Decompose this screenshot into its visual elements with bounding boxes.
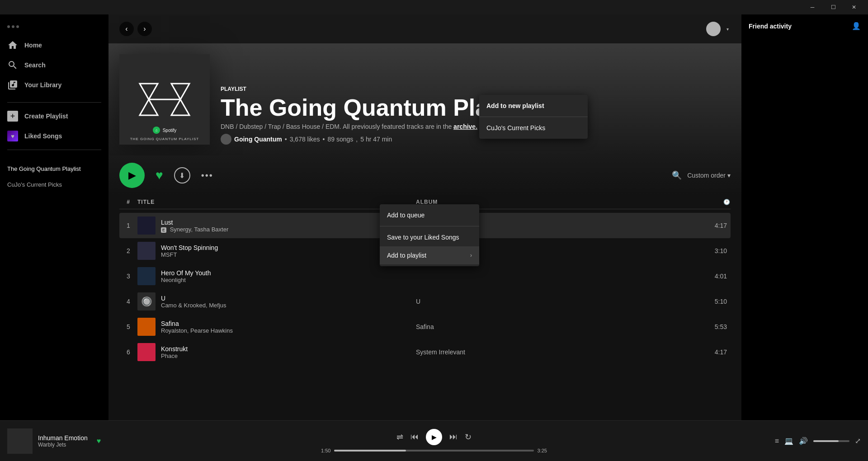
volume-bar[interactable] xyxy=(813,440,849,442)
playlist-popup: Add to new playlist CuJo's Current Picks xyxy=(479,95,588,139)
devices-button[interactable]: 💻 xyxy=(784,437,793,445)
context-menu-save-to-liked[interactable]: Save to your Liked Songs xyxy=(380,228,479,246)
now-playing-title: Inhuman Emotion xyxy=(38,434,88,442)
now-playing-artist: Warbly Jets xyxy=(38,442,88,448)
liked-songs-icon: ♥ xyxy=(7,131,18,141)
dot-3 xyxy=(16,25,19,28)
now-playing-extra: ≡ 💻 🔊 ⤢ xyxy=(725,437,861,445)
library-icon xyxy=(7,80,18,90)
sidebar-item-liked-songs[interactable]: ♥ Liked Songs xyxy=(0,126,108,146)
previous-button[interactable]: ⏮ xyxy=(410,432,419,442)
sidebar-library: The Going Quantum Playlist CuJo's Curren… xyxy=(0,154,108,417)
repeat-button[interactable]: ↻ xyxy=(465,432,472,442)
sidebar-item-search[interactable]: Search xyxy=(0,55,108,75)
add-to-new-playlist-label: Add to new playlist xyxy=(486,102,544,109)
app-layout: Home Search Your Library + Create Playli… xyxy=(0,14,868,420)
save-to-liked-label: Save to your Liked Songs xyxy=(387,234,459,241)
volume-button[interactable]: 🔊 xyxy=(799,437,808,445)
sidebar-item-create-playlist[interactable]: + Create Playlist xyxy=(0,106,108,126)
now-playing-thumb xyxy=(7,428,33,454)
add-to-playlist-chevron: › xyxy=(470,252,472,259)
minimize-button[interactable]: ─ xyxy=(802,0,823,14)
dot-1 xyxy=(7,25,10,28)
close-button[interactable]: ✕ xyxy=(844,0,864,14)
now-playing-track: Inhuman Emotion Warbly Jets ♥ xyxy=(7,428,143,454)
context-menu-add-to-playlist[interactable]: Add to playlist › xyxy=(380,246,479,264)
next-button[interactable]: ⏭ xyxy=(449,432,458,442)
playlist-popup-divider xyxy=(479,117,588,117)
maximize-button[interactable]: ☐ xyxy=(823,0,844,14)
now-playing-info: Inhuman Emotion Warbly Jets xyxy=(38,434,88,448)
create-playlist-icon: + xyxy=(7,111,18,122)
sidebar-home-label: Home xyxy=(24,42,42,49)
search-icon xyxy=(7,60,18,71)
title-bar: ─ ☐ ✕ xyxy=(0,0,868,14)
sidebar: Home Search Your Library + Create Playli… xyxy=(0,14,108,420)
np-play-pause-button[interactable]: ▶ xyxy=(426,429,442,445)
add-to-queue-label: Add to queue xyxy=(387,212,425,219)
sidebar-divider-2 xyxy=(7,150,101,150)
liked-songs-label: Liked Songs xyxy=(24,132,62,140)
now-playing-bar: Inhuman Emotion Warbly Jets ♥ ⇌ ⏮ ▶ ⏭ ↻ … xyxy=(0,420,868,461)
fullscreen-button[interactable]: ⤢ xyxy=(855,437,861,445)
np-current-time: 1:50 xyxy=(321,448,330,453)
playlist-popup-new[interactable]: Add to new playlist xyxy=(479,97,588,115)
sidebar-playlist-1-label: The Going Quantum Playlist xyxy=(7,165,81,172)
np-ctrl-buttons: ⇌ ⏮ ▶ ⏭ ↻ xyxy=(396,429,472,445)
playlist-popup-existing[interactable]: CuJo's Current Picks xyxy=(479,119,588,137)
create-playlist-label: Create Playlist xyxy=(24,113,68,120)
shuffle-button[interactable]: ⇌ xyxy=(396,432,403,442)
playlist-popup-existing-label: CuJo's Current Picks xyxy=(486,124,545,132)
progress-bar-fill xyxy=(334,450,406,452)
sidebar-search-label: Search xyxy=(24,61,46,69)
sidebar-item-library[interactable]: Your Library xyxy=(0,75,108,95)
sidebar-playlist-2[interactable]: CuJo's Current Picks xyxy=(0,177,108,193)
sidebar-playlist-1[interactable]: The Going Quantum Playlist xyxy=(0,161,108,177)
context-menu: Add to queue Save to your Liked Songs Ad… xyxy=(380,204,479,266)
sidebar-library-label: Your Library xyxy=(24,81,61,89)
main-area: ‹ › ▾ xyxy=(108,14,868,420)
np-total-time: 3:25 xyxy=(538,448,547,453)
context-menu-divider-1 xyxy=(380,226,479,226)
volume-fill xyxy=(813,440,839,442)
progress-bar-track[interactable] xyxy=(334,450,533,452)
sidebar-nav: Home Search Your Library xyxy=(0,32,108,99)
context-menu-overlay: Add to queue Save to your Liked Songs Ad… xyxy=(108,14,868,420)
sidebar-divider-1 xyxy=(7,102,101,103)
add-to-playlist-label: Add to playlist xyxy=(387,252,426,259)
sidebar-item-home[interactable]: Home xyxy=(0,35,108,55)
dot-2 xyxy=(12,25,14,28)
context-menu-add-to-queue[interactable]: Add to queue xyxy=(380,206,479,224)
queue-button[interactable]: ≡ xyxy=(775,437,779,445)
sidebar-dots xyxy=(0,18,108,32)
np-progress-bar: 1:50 3:25 xyxy=(321,448,547,453)
sidebar-playlist-2-label: CuJo's Current Picks xyxy=(7,181,62,188)
now-playing-controls: ⇌ ⏮ ▶ ⏭ ↻ 1:50 3:25 xyxy=(143,429,725,453)
now-playing-heart-button[interactable]: ♥ xyxy=(97,437,101,445)
home-icon xyxy=(7,40,18,51)
